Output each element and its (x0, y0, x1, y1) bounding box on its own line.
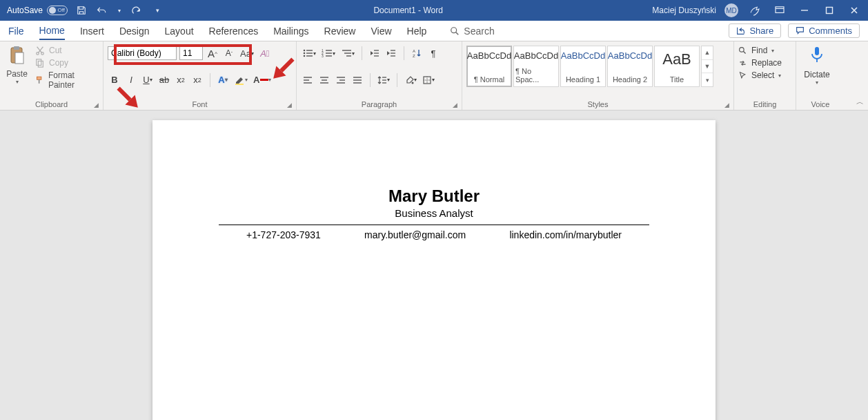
autosave-label: AutoSave (7, 6, 43, 15)
title-bar: AutoSave Off ▾ ▾ Document1 - Word Maciej… (0, 0, 868, 21)
change-case-button[interactable]: Aa▾ (239, 46, 255, 61)
tab-design[interactable]: Design (119, 23, 150, 39)
tab-home[interactable]: Home (39, 22, 65, 40)
group-clipboard: Paste ▾ Cut Copy Format Painter Clipboar… (0, 41, 103, 110)
undo-button[interactable] (95, 3, 109, 17)
paste-button[interactable]: Paste ▾ (4, 46, 30, 90)
shrink-font-button[interactable]: Aˇ (222, 46, 236, 61)
grow-font-button[interactable]: A^ (206, 46, 219, 61)
text-effects-button[interactable]: A▾ (216, 73, 230, 88)
document-page[interactable]: Mary Butler Business Analyst +1-727-203-… (152, 120, 716, 420)
clear-formatting-button[interactable]: A⃠ (258, 46, 272, 61)
minimize-button[interactable] (796, 2, 813, 19)
tab-help[interactable]: Help (407, 23, 427, 39)
autosave-toggle[interactable]: AutoSave Off (7, 6, 68, 15)
shading-button[interactable]: ▾ (403, 73, 418, 88)
save-icon[interactable] (75, 3, 88, 17)
highlight-button[interactable]: ▾ (233, 73, 249, 88)
group-voice: Dictate ▾ Voice (796, 41, 845, 110)
align-center-button[interactable] (317, 73, 331, 88)
resume-name[interactable]: Mary Butler (219, 187, 649, 206)
undo-dropdown[interactable]: ▾ (116, 3, 123, 17)
autosave-switch[interactable]: Off (47, 6, 68, 15)
borders-button[interactable]: ▾ (421, 73, 436, 88)
align-right-button[interactable] (334, 73, 348, 88)
maximize-button[interactable] (821, 2, 838, 19)
bullets-button[interactable]: ▾ (301, 46, 317, 61)
svg-point-20 (304, 55, 306, 57)
show-marks-button[interactable]: ¶ (426, 46, 440, 61)
collapse-ribbon-button[interactable]: ︿ (856, 97, 864, 107)
styles-dialog-launcher[interactable]: ◢ (724, 102, 729, 108)
svg-line-59 (743, 51, 745, 53)
replace-button[interactable]: Replace (738, 58, 791, 68)
resume-email[interactable]: mary.butler@gmail.com (364, 229, 466, 240)
align-left-button[interactable] (301, 73, 315, 88)
resume-phone[interactable]: +1-727-203-7931 (246, 229, 321, 240)
resume-divider (219, 225, 649, 225)
superscript-button[interactable]: x2 (190, 73, 204, 88)
tell-me-search[interactable]: Search (450, 26, 494, 37)
subscript-button[interactable]: x2 (174, 73, 188, 88)
font-color-button[interactable]: A▾ (252, 73, 273, 88)
tab-view[interactable]: View (371, 23, 391, 39)
tab-layout[interactable]: Layout (165, 23, 194, 39)
style-no-spacing[interactable]: AaBbCcDd¶ No Spac... (513, 46, 559, 87)
italic-button[interactable]: I (124, 73, 138, 88)
style-title[interactable]: AaBTitle (654, 46, 700, 87)
close-button[interactable] (846, 2, 862, 19)
resume-linkedin[interactable]: linkedin.com/in/marybutler (509, 229, 622, 240)
font-size-input[interactable] (179, 46, 203, 60)
paragraph-dialog-launcher[interactable]: ◢ (453, 102, 457, 108)
tab-review[interactable]: Review (324, 23, 356, 39)
share-button[interactable]: Share (729, 23, 781, 38)
tab-mailings[interactable]: Mailings (273, 23, 308, 39)
tab-insert[interactable]: Insert (80, 23, 104, 39)
line-spacing-button[interactable]: ▾ (376, 73, 391, 88)
copy-button[interactable]: Copy (35, 58, 99, 68)
resume-contacts[interactable]: +1-727-203-7931 mary.butler@gmail.com li… (219, 229, 649, 240)
strikethrough-button[interactable]: ab (157, 73, 171, 88)
comments-button[interactable]: Comments (788, 23, 860, 38)
svg-rect-8 (15, 52, 23, 64)
user-name[interactable]: Maciej Duszyński (652, 6, 716, 15)
clipboard-dialog-launcher[interactable]: ◢ (94, 102, 99, 108)
document-canvas[interactable]: Mary Butler Business Analyst +1-727-203-… (0, 111, 868, 420)
dictate-button[interactable]: Dictate ▾ (800, 46, 834, 86)
group-font: A^ Aˇ Aa▾ A⃠ B I U▾ ab x2 x2 A▾ ▾ A▾ Fon… (103, 41, 297, 110)
sort-button[interactable]: AZ (410, 46, 424, 61)
find-button[interactable]: Find▾ (738, 46, 791, 55)
paste-icon (4, 46, 30, 68)
bold-button[interactable]: B (108, 73, 121, 88)
format-painter-button[interactable]: Format Painter (35, 70, 99, 90)
svg-rect-15 (235, 84, 244, 85)
coming-soon-icon[interactable] (747, 2, 763, 19)
svg-rect-12 (38, 61, 43, 67)
ribbon-display-icon[interactable] (771, 2, 788, 19)
resume-title[interactable]: Business Analyst (219, 207, 649, 219)
styles-scroll[interactable]: ▲▼▾ (701, 46, 713, 87)
increase-indent-button[interactable] (384, 46, 398, 61)
group-paragraph: ▾ 123▾ ▾ AZ ¶ ▾ ▾ ▾ Paragraph◢ (297, 41, 462, 110)
decrease-indent-button[interactable] (368, 46, 382, 61)
cut-button[interactable]: Cut (35, 46, 99, 55)
tab-file[interactable]: File (8, 23, 24, 39)
qat-customize[interactable]: ▾ (150, 3, 164, 17)
style-heading1[interactable]: AaBbCcDdHeading 1 (560, 46, 606, 87)
style-heading2[interactable]: AaBbCcDdHeading 2 (607, 46, 653, 87)
svg-rect-11 (37, 59, 41, 66)
search-icon (738, 46, 747, 55)
underline-button[interactable]: U▾ (141, 73, 155, 88)
avatar[interactable]: MD (724, 3, 738, 17)
justify-button[interactable] (351, 73, 364, 88)
svg-point-58 (740, 47, 744, 52)
format-painter-icon (35, 75, 44, 85)
multilevel-list-button[interactable]: ▾ (339, 46, 356, 61)
font-name-input[interactable] (108, 46, 177, 60)
tab-references[interactable]: References (209, 23, 259, 39)
select-button[interactable]: Select▾ (738, 70, 791, 80)
font-dialog-launcher[interactable]: ◢ (287, 102, 292, 108)
style-normal[interactable]: AaBbCcDd¶ Normal (466, 46, 512, 87)
numbering-button[interactable]: 123▾ (320, 46, 337, 61)
redo-button[interactable] (130, 3, 144, 17)
